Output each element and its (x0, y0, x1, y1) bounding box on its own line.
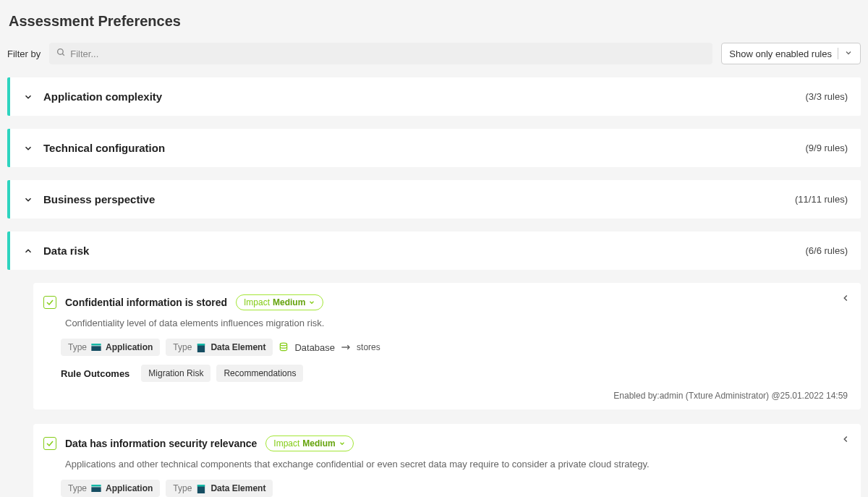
category-count: (6/6 rules) (805, 245, 848, 256)
category-data-risk[interactable]: Data risk (6/6 rules) (7, 231, 861, 270)
category-business-perspective[interactable]: Business perspective (11/11 rules) (7, 180, 861, 218)
category-data-risk-rules: Confidential information is stored Impac… (7, 270, 861, 497)
application-icon (91, 344, 101, 351)
rule-outcomes-row: Rule Outcomes Migration Risk Recommendat… (61, 365, 848, 382)
data-element-icon (196, 485, 206, 492)
rule-description: Applications and other technical compone… (65, 459, 848, 470)
stores-label: stores (357, 342, 380, 352)
database-label: Database (294, 342, 335, 353)
separator (838, 48, 838, 59)
type-chip-data-element[interactable]: Type Data Element (166, 480, 273, 497)
chip-value: Application (106, 342, 153, 352)
type-chip-application[interactable]: Type Application (61, 480, 160, 497)
stores-relation: stores (341, 342, 380, 352)
impact-dropdown[interactable]: Impact Medium (236, 294, 323, 310)
rule-card: Data has information security relevance … (33, 424, 861, 497)
rule-description: Confidentiality level of data elements i… (65, 318, 848, 328)
svg-rect-11 (197, 485, 205, 487)
outcome-chip-recommendations[interactable]: Recommendations (216, 365, 303, 382)
svg-rect-5 (197, 344, 205, 346)
chevron-up-icon (23, 246, 33, 256)
category-count: (9/9 rules) (805, 143, 848, 153)
svg-rect-3 (91, 346, 101, 351)
chip-key: Type (68, 342, 87, 352)
rule-type-row: Type Application Type Data Element (61, 480, 848, 497)
chip-key: Type (173, 342, 192, 352)
chevron-down-icon (308, 299, 315, 306)
rule-title: Data has information security relevance (65, 438, 257, 449)
rule-title: Confidential information is stored (65, 297, 227, 308)
impact-label: Impact (244, 297, 270, 307)
application-icon (91, 485, 101, 492)
svg-rect-2 (91, 344, 101, 346)
page-title: Assessment Preferences (7, 7, 861, 43)
category-title: Application complexity (43, 90, 795, 103)
show-only-enabled-dropdown[interactable]: Show only enabled rules (721, 43, 861, 64)
show-only-label: Show only enabled rules (729, 48, 832, 59)
svg-rect-8 (91, 485, 101, 487)
chip-key: Type (68, 483, 87, 493)
category-title: Technical configuration (43, 142, 795, 154)
rule-type-row: Type Application Type Data Element D (61, 339, 848, 356)
filter-input-container[interactable] (49, 43, 712, 64)
category-title: Data risk (43, 245, 795, 257)
filter-row: Filter by Show only enabled rules (7, 43, 861, 64)
svg-point-6 (281, 343, 287, 346)
svg-rect-9 (91, 487, 101, 492)
impact-level: Medium (302, 438, 335, 449)
rule-footer: Enabled by:admin (Txture Administrator) … (43, 391, 848, 401)
database-icon (278, 341, 289, 353)
category-title: Business perspective (43, 193, 785, 205)
rule-outcomes-label: Rule Outcomes (61, 368, 129, 379)
rule-collapse-button[interactable] (841, 293, 851, 305)
data-element-icon (196, 344, 206, 351)
rule-enabled-checkbox[interactable] (43, 437, 56, 450)
rule-card: Confidential information is stored Impac… (33, 283, 861, 409)
chevron-down-icon (23, 92, 33, 102)
category-count: (11/11 rules) (795, 194, 848, 205)
chevron-down-icon (23, 195, 33, 205)
type-chip-application[interactable]: Type Application (61, 339, 160, 356)
chip-value: Data Element (210, 342, 265, 352)
chevron-down-icon (339, 440, 346, 447)
chevron-down-icon (844, 48, 853, 59)
category-application-complexity[interactable]: Application complexity (3/3 rules) (7, 77, 861, 116)
category-technical-configuration[interactable]: Technical configuration (9/9 rules) (7, 129, 861, 167)
svg-line-1 (62, 54, 64, 56)
arrow-right-icon (341, 344, 352, 351)
filter-by-label: Filter by (7, 48, 41, 59)
chevron-down-icon (23, 143, 33, 153)
chip-key: Type (173, 483, 192, 493)
search-icon (56, 48, 66, 59)
impact-level: Medium (273, 297, 305, 307)
category-count: (3/3 rules) (805, 91, 848, 102)
outcome-chip-migration-risk[interactable]: Migration Risk (141, 365, 210, 382)
impact-label: Impact (273, 438, 299, 449)
chip-value: Data Element (210, 483, 265, 493)
filter-input[interactable] (70, 48, 705, 59)
rule-enabled-checkbox[interactable] (43, 296, 56, 309)
impact-dropdown[interactable]: Impact Medium (265, 436, 353, 451)
svg-point-0 (58, 49, 64, 55)
type-chip-data-element[interactable]: Type Data Element (166, 339, 273, 356)
rule-collapse-button[interactable] (841, 434, 851, 446)
chip-value: Application (106, 483, 153, 493)
